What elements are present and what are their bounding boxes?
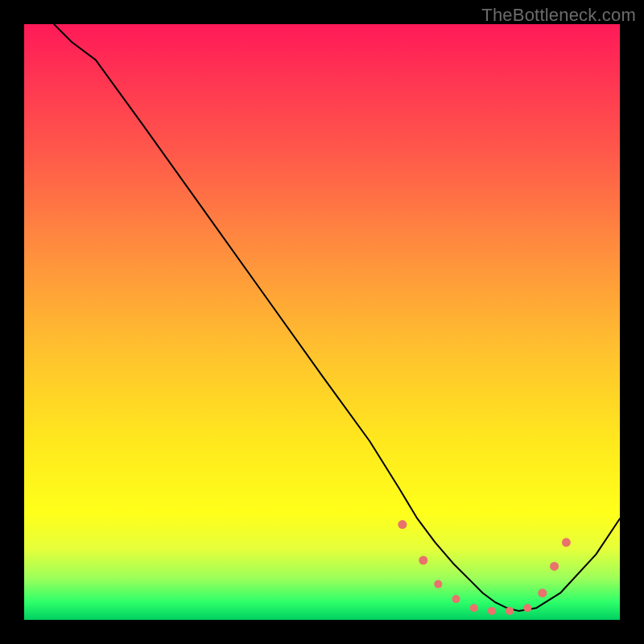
chart-svg (24, 24, 620, 620)
watermark-text: TheBottleneck.com (481, 5, 636, 26)
marker-point (550, 562, 559, 571)
series-layer (54, 24, 620, 611)
marker-point (434, 580, 442, 588)
series-curve (54, 24, 620, 611)
marker-point (398, 520, 407, 529)
marker-point (506, 607, 514, 615)
marker-point (523, 604, 531, 612)
marker-point (419, 556, 427, 565)
marker-point (470, 604, 478, 612)
marker-point (488, 607, 496, 615)
plot-area (24, 24, 620, 620)
chart-frame: TheBottleneck.com (0, 0, 644, 644)
marker-point (538, 588, 547, 597)
markers-layer (398, 520, 571, 615)
marker-point (562, 538, 571, 547)
marker-point (452, 595, 460, 603)
